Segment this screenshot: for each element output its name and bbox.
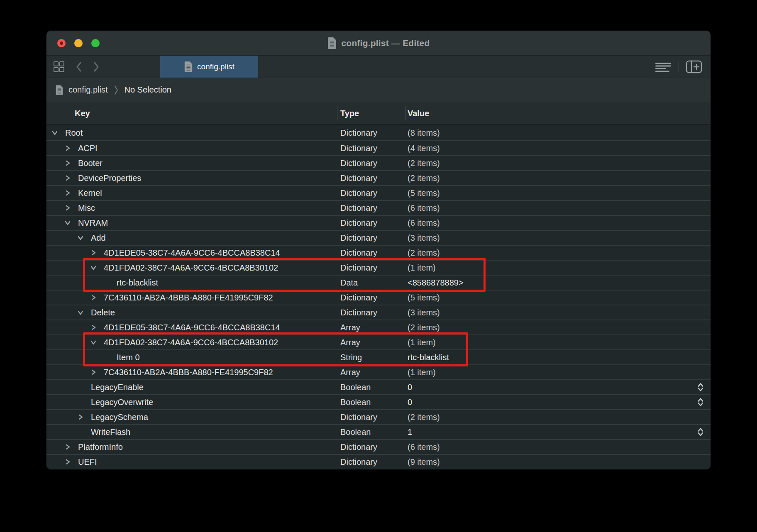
row-type: Dictionary (340, 203, 377, 213)
table-row[interactable]: 4D1EDE05-38C7-4A6A-9CC6-4BCCA8B38C14Arra… (46, 320, 711, 334)
row-value: (5 items) (408, 293, 440, 303)
table-row[interactable]: rtc-blacklistData<8586878889> (46, 275, 711, 290)
row-key: rtc-blacklist (117, 278, 158, 288)
row-key: 7C436110-AB2A-4BBB-A880-FE41995C9F82 (104, 368, 273, 377)
table-header: Key Type Value (46, 102, 711, 125)
table-row[interactable]: PlatformInfoDictionary(6 items) (46, 439, 711, 454)
table-row[interactable]: AddDictionary(3 items) (46, 230, 711, 245)
row-value: 1 (408, 427, 412, 437)
row-value: (2 items) (408, 159, 440, 168)
disclosure-chevron-down-icon[interactable] (52, 130, 58, 136)
boolean-stepper[interactable] (697, 383, 704, 392)
plist-editor-window: config.plist — Edited (46, 31, 711, 469)
column-header-type[interactable]: Type (340, 109, 359, 118)
row-key: Kernel (78, 188, 102, 198)
disclosure-chevron-down-icon[interactable] (78, 310, 83, 315)
titlebar: config.plist — Edited (46, 31, 711, 56)
row-value: (1 item) (408, 263, 436, 273)
boolean-stepper[interactable] (697, 427, 704, 437)
row-type: Dictionary (340, 263, 377, 273)
table-row[interactable]: RootDictionary(8 items) (46, 125, 711, 140)
column-header-key[interactable]: Key (75, 109, 90, 118)
table-row[interactable]: Item 0Stringrtc-blacklist (46, 349, 711, 364)
row-value: (2 items) (408, 248, 440, 258)
row-value: (6 items) (408, 203, 440, 213)
table-row[interactable]: 4D1FDA02-38C7-4A6A-9CC6-4BCCA8B30102Dict… (46, 260, 711, 275)
table-row[interactable]: BooterDictionary(2 items) (46, 155, 711, 170)
minimize-button[interactable] (74, 39, 83, 47)
row-value: (1 item) (408, 368, 436, 377)
row-type: Dictionary (340, 188, 377, 198)
table-row[interactable]: UEFIDictionary(9 items) (46, 454, 711, 469)
column-divider[interactable] (405, 106, 405, 120)
boolean-stepper[interactable] (697, 398, 704, 407)
table-row[interactable]: LegacyOverwriteBoolean0 (46, 394, 711, 409)
row-key: Booter (78, 159, 103, 168)
disclosure-chevron-right-icon[interactable] (90, 295, 96, 300)
disclosure-chevron-right-icon[interactable] (90, 250, 96, 256)
close-button[interactable] (57, 39, 66, 47)
table-row[interactable]: 7C436110-AB2A-4BBB-A880-FE41995C9F82Arra… (46, 364, 711, 379)
row-key: Misc (78, 203, 95, 213)
add-editor-icon[interactable] (686, 60, 702, 73)
window-title-group: config.plist — Edited (327, 37, 430, 49)
editor-options-icon[interactable] (654, 61, 672, 73)
table-row[interactable]: LegacyEnableBoolean0 (46, 379, 711, 394)
related-items-icon[interactable] (53, 61, 65, 73)
toolbar-divider (679, 61, 679, 72)
breadcrumb-item-file[interactable]: config.plist (68, 85, 108, 95)
row-type: Dictionary (340, 308, 377, 317)
row-type: Boolean (340, 383, 371, 392)
table-row[interactable]: DeleteDictionary(3 items) (46, 305, 711, 320)
table-row[interactable]: KernelDictionary(5 items) (46, 185, 711, 200)
table-row[interactable]: 4D1EDE05-38C7-4A6A-9CC6-4BCCA8B38C14Dict… (46, 245, 711, 260)
row-key: Add (91, 233, 106, 243)
table-row[interactable]: 7C436110-AB2A-4BBB-A880-FE41995C9F82Dict… (46, 290, 711, 305)
disclosure-chevron-down-icon[interactable] (78, 235, 83, 241)
row-key: 4D1EDE05-38C7-4A6A-9CC6-4BCCA8B38C14 (104, 248, 280, 258)
disclosure-chevron-right-icon[interactable] (65, 459, 71, 465)
row-value: (8 items) (408, 128, 440, 138)
disclosure-chevron-right-icon[interactable] (90, 369, 96, 375)
breadcrumb-item-selection[interactable]: No Selection (125, 85, 171, 95)
row-type: Dictionary (340, 218, 377, 228)
disclosure-chevron-down-icon[interactable] (90, 339, 96, 345)
row-value: (4 items) (408, 144, 440, 153)
back-button[interactable] (76, 61, 82, 72)
edited-dot-icon (60, 41, 63, 45)
column-divider[interactable] (337, 106, 337, 120)
column-header-value[interactable]: Value (408, 109, 429, 118)
table-row[interactable]: NVRAMDictionary(6 items) (46, 215, 711, 230)
forward-button[interactable] (93, 61, 100, 72)
row-type: Dictionary (340, 159, 377, 168)
row-value: rtc-blacklist (408, 353, 449, 362)
disclosure-chevron-right-icon[interactable] (65, 160, 71, 166)
desktop: config.plist — Edited (0, 0, 757, 532)
table-row[interactable]: WriteFlashBoolean1 (46, 424, 711, 439)
table-row[interactable]: ACPIDictionary(4 items) (46, 140, 711, 155)
row-value: (6 items) (408, 442, 440, 452)
disclosure-chevron-right-icon[interactable] (90, 325, 96, 330)
disclosure-chevron-down-icon[interactable] (65, 220, 71, 226)
disclosure-chevron-right-icon[interactable] (65, 444, 71, 450)
row-type: Dictionary (340, 233, 377, 243)
traffic-lights (57, 31, 100, 55)
tab-document-icon (184, 61, 193, 73)
disclosure-chevron-right-icon[interactable] (65, 175, 71, 181)
tab-config-plist[interactable]: config.plist (160, 56, 258, 78)
row-key: UEFI (78, 457, 97, 467)
table-row[interactable]: DevicePropertiesDictionary(2 items) (46, 170, 711, 185)
disclosure-chevron-right-icon[interactable] (65, 145, 71, 151)
disclosure-chevron-right-icon[interactable] (65, 190, 71, 196)
zoom-button[interactable] (91, 39, 100, 47)
disclosure-chevron-right-icon[interactable] (65, 205, 71, 211)
table-row[interactable]: LegacySchemaDictionary(2 items) (46, 409, 711, 424)
disclosure-chevron-down-icon[interactable] (90, 265, 96, 271)
table-row[interactable]: MiscDictionary(6 items) (46, 200, 711, 215)
table-row[interactable]: 4D1FDA02-38C7-4A6A-9CC6-4BCCA8B30102Arra… (46, 334, 711, 349)
row-type: Array (340, 323, 360, 332)
document-icon (327, 37, 337, 49)
disclosure-chevron-right-icon[interactable] (78, 414, 83, 420)
tab-bar: config.plist (46, 56, 711, 78)
tab-bar-right (654, 56, 711, 78)
